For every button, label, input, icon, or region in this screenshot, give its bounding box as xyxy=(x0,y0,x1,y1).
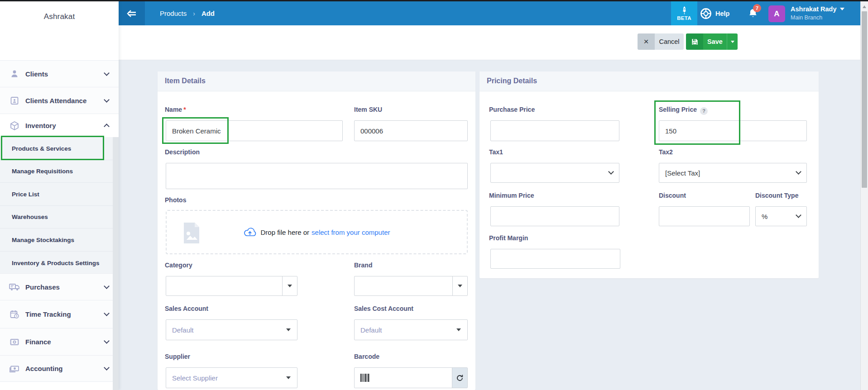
sidebar-subitem-manage-stocktakings[interactable]: Manage Stocktakings xyxy=(0,228,113,252)
sidebar-collapse-button[interactable] xyxy=(119,1,145,25)
chevron-down-icon xyxy=(104,338,110,344)
select-arrow[interactable] xyxy=(452,276,467,295)
clients-icon xyxy=(9,68,20,80)
scroll-up-arrow[interactable] xyxy=(863,5,866,8)
breadcrumb-products[interactable]: Products xyxy=(160,10,187,17)
discount-type-label: Discount Type xyxy=(755,192,798,199)
subitem-label: Products & Services xyxy=(12,145,71,152)
cloud-upload-icon xyxy=(244,227,256,237)
select-arrow[interactable] xyxy=(282,276,297,295)
purchases-icon xyxy=(9,281,20,293)
user-menu[interactable]: Ashrakat Rady xyxy=(791,5,844,13)
caret-down-icon xyxy=(456,328,461,331)
name-label: Name* xyxy=(165,106,186,113)
profit-margin-input[interactable] xyxy=(490,249,620,269)
breadcrumb: Products › Add xyxy=(160,1,215,25)
avatar[interactable]: A xyxy=(768,5,785,22)
sidebar-subitem-price-list[interactable]: Price List xyxy=(0,183,113,206)
sidebar-subitem-manage-requisitions[interactable]: Manage Requisitions xyxy=(0,160,113,183)
refresh-icon xyxy=(456,374,464,382)
barcode-input[interactable] xyxy=(354,367,468,388)
help-lifering-icon xyxy=(700,8,712,19)
chevron-down-icon xyxy=(104,70,110,76)
brand-label: Brand xyxy=(354,262,372,269)
sidebar-subitem-warehouses[interactable]: Warehouses xyxy=(0,206,113,228)
category-label: Category xyxy=(165,262,192,269)
discount-type-select[interactable]: % xyxy=(755,206,807,226)
tax2-label: Tax2 xyxy=(659,148,673,156)
category-select[interactable] xyxy=(166,276,297,296)
photo-dropzone[interactable]: Drop file here or select from your compu… xyxy=(166,210,468,254)
brand-select[interactable] xyxy=(354,276,468,296)
caret-down-icon xyxy=(731,41,734,43)
help-menu[interactable]: Help xyxy=(700,1,729,25)
beta-badge[interactable]: BETA xyxy=(671,1,697,25)
dropzone-text: Drop file here or select from your compu… xyxy=(167,227,467,237)
top-navigation-bar: Products › Add BETA Help 7 A Ashrakat Ra… xyxy=(119,1,860,25)
select-from-computer-link[interactable]: select from your computer xyxy=(312,228,390,236)
brand-name[interactable]: Ashrakat xyxy=(0,12,119,21)
save-button[interactable]: Save xyxy=(686,33,738,50)
sidebar-item-label: Purchases xyxy=(25,283,60,291)
discount-input[interactable] xyxy=(659,206,750,226)
chevron-down-icon xyxy=(608,169,614,175)
chevron-down-icon xyxy=(104,97,110,103)
chevron-down-icon xyxy=(104,283,110,289)
sidebar-item-purchases[interactable]: Purchases xyxy=(0,273,119,300)
caret-down-icon xyxy=(286,376,291,379)
supplier-label: Supplier xyxy=(165,353,190,360)
breadcrumb-current: Add xyxy=(201,10,215,17)
barcode-icon xyxy=(360,374,371,382)
sidebar-subitem-inventory-products-settings[interactable]: Inventory & Products Settings xyxy=(0,252,113,275)
selling-price-input[interactable]: 150 xyxy=(659,120,807,141)
sales-account-label: Sales Account xyxy=(165,305,208,312)
subitem-label: Warehouses xyxy=(12,214,48,220)
save-floppy-icon xyxy=(686,33,703,50)
sidebar-item-finance[interactable]: Finance xyxy=(0,328,119,355)
sidebar-item-clients-attendance[interactable]: Clients Attendance xyxy=(0,87,119,114)
sales-account-select[interactable]: Default xyxy=(166,319,297,340)
sales-cost-account-select[interactable]: Default xyxy=(354,319,468,340)
scrollbar-thumb[interactable] xyxy=(862,11,867,188)
finance-icon xyxy=(9,336,20,348)
caret-down-icon xyxy=(286,328,291,331)
sidebar-item-label: Clients xyxy=(25,70,48,78)
sidebar-item-label: Inventory xyxy=(25,122,56,129)
item-sku-input[interactable]: 000006 xyxy=(354,120,468,141)
description-textarea[interactable] xyxy=(166,163,468,189)
sidebar-item-inventory[interactable]: Inventory xyxy=(0,114,119,137)
description-label: Description xyxy=(165,148,200,156)
help-tooltip-icon[interactable]: ? xyxy=(700,107,708,115)
caret-down-icon xyxy=(458,285,462,287)
subitem-label: Manage Stocktakings xyxy=(12,237,74,243)
cancel-button[interactable]: × Cancel xyxy=(638,33,684,50)
item-details-header: Item Details xyxy=(158,71,475,91)
chevron-down-icon xyxy=(104,310,110,316)
tax1-select[interactable] xyxy=(490,163,619,183)
action-toolbar: × Cancel Save xyxy=(119,25,860,60)
photos-label: Photos xyxy=(165,196,186,204)
name-input[interactable]: Broken Ceramic xyxy=(166,120,343,141)
supplier-select[interactable]: Select Supplier xyxy=(166,367,297,388)
user-branch: Main Branch xyxy=(791,14,822,21)
tax2-select[interactable]: [Select Tax] xyxy=(659,163,807,183)
purchase-price-input[interactable] xyxy=(490,120,619,141)
user-name: Ashrakat Rady xyxy=(791,5,837,13)
sidebar-item-time-tracking[interactable]: Time Tracking xyxy=(0,300,119,328)
selling-price-label: Selling Price? xyxy=(659,106,708,115)
barcode-regenerate-button[interactable] xyxy=(452,368,467,388)
sidebar-item-label: Clients Attendance xyxy=(25,97,86,105)
subitem-label: Inventory & Products Settings xyxy=(12,260,100,266)
save-dropdown-button[interactable] xyxy=(727,33,738,50)
minimum-price-label: Minimum Price xyxy=(489,192,534,199)
sidebar-item-clients[interactable]: Clients xyxy=(0,60,119,87)
sidebar-scrollbar[interactable] xyxy=(113,137,119,390)
caret-down-icon xyxy=(288,285,292,287)
tax1-label: Tax1 xyxy=(489,148,503,156)
page-scrollbar[interactable] xyxy=(860,1,868,390)
sidebar-subitem-products-services[interactable]: Products & Services xyxy=(0,137,113,160)
pricing-details-header: Pricing Details xyxy=(480,71,819,91)
help-label: Help xyxy=(715,10,729,17)
sidebar-item-accounting[interactable]: Accounting xyxy=(0,355,119,382)
minimum-price-input[interactable] xyxy=(490,206,619,226)
